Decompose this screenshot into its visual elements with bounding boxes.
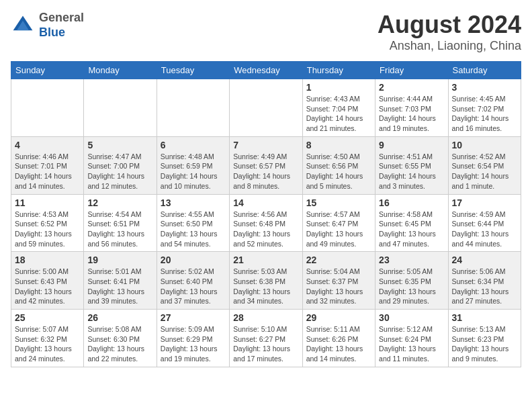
day-detail: Sunrise: 5:08 AMSunset: 6:30 PMDaylight:… — [87, 324, 152, 364]
table-row: 12Sunrise: 4:54 AMSunset: 6:51 PMDayligh… — [84, 194, 157, 252]
table-row: 25Sunrise: 5:07 AMSunset: 6:32 PMDayligh… — [11, 310, 84, 367]
day-number: 9 — [379, 140, 444, 150]
day-detail: Sunrise: 5:09 AMSunset: 6:29 PMDaylight:… — [161, 324, 226, 364]
day-detail: Sunrise: 5:04 AMSunset: 6:37 PMDaylight:… — [306, 267, 371, 306]
day-detail: Sunrise: 4:58 AMSunset: 6:45 PMDaylight:… — [379, 210, 444, 249]
day-number: 29 — [306, 312, 371, 323]
table-row: 6Sunrise: 4:48 AMSunset: 6:59 PMDaylight… — [157, 136, 229, 194]
day-number: 2 — [379, 82, 444, 93]
day-detail: Sunrise: 4:51 AMSunset: 6:55 PMDaylight:… — [379, 152, 444, 191]
calendar-week-row: 25Sunrise: 5:07 AMSunset: 6:32 PMDayligh… — [11, 310, 521, 367]
day-detail: Sunrise: 5:00 AMSunset: 6:43 PMDaylight:… — [15, 267, 80, 306]
day-detail: Sunrise: 4:54 AMSunset: 6:51 PMDaylight:… — [87, 210, 152, 249]
day-detail: Sunrise: 5:07 AMSunset: 6:32 PMDaylight:… — [15, 324, 80, 364]
calendar-table: Sunday Monday Tuesday Wednesday Thursday… — [11, 61, 521, 367]
day-detail: Sunrise: 5:10 AMSunset: 6:27 PMDaylight:… — [233, 324, 298, 364]
day-detail: Sunrise: 4:48 AMSunset: 6:59 PMDaylight:… — [161, 152, 226, 191]
day-detail: Sunrise: 5:06 AMSunset: 6:34 PMDaylight:… — [452, 267, 517, 306]
day-number: 31 — [452, 312, 517, 323]
table-row: 9Sunrise: 4:51 AMSunset: 6:55 PMDaylight… — [375, 136, 448, 194]
day-number: 17 — [452, 197, 517, 208]
day-detail: Sunrise: 5:11 AMSunset: 6:26 PMDaylight:… — [306, 324, 371, 364]
day-number: 4 — [15, 140, 80, 150]
day-number: 11 — [15, 197, 80, 208]
table-row — [157, 79, 229, 137]
logo-icon — [11, 13, 35, 38]
day-number: 7 — [233, 140, 298, 150]
table-row: 21Sunrise: 5:03 AMSunset: 6:38 PMDayligh… — [230, 252, 302, 310]
table-row: 10Sunrise: 4:52 AMSunset: 6:54 PMDayligh… — [448, 136, 521, 194]
day-number: 8 — [306, 140, 371, 150]
day-detail: Sunrise: 4:45 AMSunset: 7:02 PMDaylight:… — [452, 94, 517, 134]
day-number: 6 — [161, 140, 226, 150]
day-detail: Sunrise: 4:55 AMSunset: 6:50 PMDaylight:… — [161, 210, 226, 249]
logo: General Blue — [11, 11, 84, 40]
day-number: 22 — [306, 255, 371, 265]
day-number: 13 — [161, 197, 226, 208]
day-number: 23 — [379, 255, 444, 265]
header-tuesday: Tuesday — [157, 62, 229, 79]
table-row: 1Sunrise: 4:43 AMSunset: 7:04 PMDaylight… — [302, 79, 375, 137]
day-number: 25 — [15, 312, 80, 323]
table-row: 5Sunrise: 4:47 AMSunset: 7:00 PMDaylight… — [84, 136, 157, 194]
table-row: 8Sunrise: 4:50 AMSunset: 6:56 PMDaylight… — [302, 136, 375, 194]
day-number: 10 — [452, 140, 517, 150]
table-row: 24Sunrise: 5:06 AMSunset: 6:34 PMDayligh… — [448, 252, 521, 310]
day-number: 28 — [233, 312, 298, 323]
logo-general-text: General — [39, 11, 84, 26]
day-number: 14 — [233, 197, 298, 208]
table-row: 22Sunrise: 5:04 AMSunset: 6:37 PMDayligh… — [302, 252, 375, 310]
day-detail: Sunrise: 4:43 AMSunset: 7:04 PMDaylight:… — [306, 94, 371, 134]
day-detail: Sunrise: 4:53 AMSunset: 6:52 PMDaylight:… — [15, 210, 80, 249]
day-detail: Sunrise: 5:05 AMSunset: 6:35 PMDaylight:… — [379, 267, 444, 306]
header-sunday: Sunday — [11, 62, 84, 79]
day-detail: Sunrise: 4:44 AMSunset: 7:03 PMDaylight:… — [379, 94, 444, 134]
table-row: 26Sunrise: 5:08 AMSunset: 6:30 PMDayligh… — [84, 310, 157, 367]
table-row: 17Sunrise: 4:59 AMSunset: 6:44 PMDayligh… — [448, 194, 521, 252]
day-number: 18 — [15, 255, 80, 265]
table-row: 16Sunrise: 4:58 AMSunset: 6:45 PMDayligh… — [375, 194, 448, 252]
day-detail: Sunrise: 5:03 AMSunset: 6:38 PMDaylight:… — [233, 267, 298, 306]
table-row: 3Sunrise: 4:45 AMSunset: 7:02 PMDaylight… — [448, 79, 521, 137]
day-detail: Sunrise: 5:12 AMSunset: 6:24 PMDaylight:… — [379, 324, 444, 364]
day-detail: Sunrise: 4:57 AMSunset: 6:47 PMDaylight:… — [306, 210, 371, 249]
day-number: 15 — [306, 197, 371, 208]
table-row: 14Sunrise: 4:56 AMSunset: 6:48 PMDayligh… — [230, 194, 302, 252]
day-detail: Sunrise: 4:46 AMSunset: 7:01 PMDaylight:… — [15, 152, 80, 191]
table-row: 27Sunrise: 5:09 AMSunset: 6:29 PMDayligh… — [157, 310, 229, 367]
day-number: 24 — [452, 255, 517, 265]
day-number: 20 — [161, 255, 226, 265]
day-detail: Sunrise: 4:56 AMSunset: 6:48 PMDaylight:… — [233, 210, 298, 249]
header-wednesday: Wednesday — [230, 62, 302, 79]
table-row: 13Sunrise: 4:55 AMSunset: 6:50 PMDayligh… — [157, 194, 229, 252]
day-detail: Sunrise: 4:47 AMSunset: 7:00 PMDaylight:… — [87, 152, 152, 191]
table-row — [230, 79, 302, 137]
day-number: 12 — [87, 197, 152, 208]
calendar-week-row: 4Sunrise: 4:46 AMSunset: 7:01 PMDaylight… — [11, 136, 521, 194]
page-header: General Blue August 2024 Anshan, Liaonin… — [11, 11, 521, 53]
day-number: 27 — [161, 312, 226, 323]
title-block: August 2024 Anshan, Liaoning, China — [378, 11, 521, 53]
day-detail: Sunrise: 4:52 AMSunset: 6:54 PMDaylight:… — [452, 152, 517, 191]
day-number: 16 — [379, 197, 444, 208]
table-row: 19Sunrise: 5:01 AMSunset: 6:41 PMDayligh… — [84, 252, 157, 310]
table-row: 30Sunrise: 5:12 AMSunset: 6:24 PMDayligh… — [375, 310, 448, 367]
table-row: 31Sunrise: 5:13 AMSunset: 6:23 PMDayligh… — [448, 310, 521, 367]
table-row: 18Sunrise: 5:00 AMSunset: 6:43 PMDayligh… — [11, 252, 84, 310]
table-row: 20Sunrise: 5:02 AMSunset: 6:40 PMDayligh… — [157, 252, 229, 310]
calendar-week-row: 18Sunrise: 5:00 AMSunset: 6:43 PMDayligh… — [11, 252, 521, 310]
table-row: 7Sunrise: 4:49 AMSunset: 6:57 PMDaylight… — [230, 136, 302, 194]
calendar-week-row: 11Sunrise: 4:53 AMSunset: 6:52 PMDayligh… — [11, 194, 521, 252]
logo-blue-text: Blue — [39, 26, 84, 40]
table-row: 4Sunrise: 4:46 AMSunset: 7:01 PMDaylight… — [11, 136, 84, 194]
table-row: 2Sunrise: 4:44 AMSunset: 7:03 PMDaylight… — [375, 79, 448, 137]
header-friday: Friday — [375, 62, 448, 79]
day-detail: Sunrise: 5:01 AMSunset: 6:41 PMDaylight:… — [87, 267, 152, 306]
weekday-header-row: Sunday Monday Tuesday Wednesday Thursday… — [11, 62, 521, 79]
day-number: 5 — [87, 140, 152, 150]
header-monday: Monday — [84, 62, 157, 79]
calendar-week-row: 1Sunrise: 4:43 AMSunset: 7:04 PMDaylight… — [11, 79, 521, 137]
main-title: August 2024 — [378, 11, 521, 39]
table-row: 23Sunrise: 5:05 AMSunset: 6:35 PMDayligh… — [375, 252, 448, 310]
day-detail: Sunrise: 5:02 AMSunset: 6:40 PMDaylight:… — [161, 267, 226, 306]
